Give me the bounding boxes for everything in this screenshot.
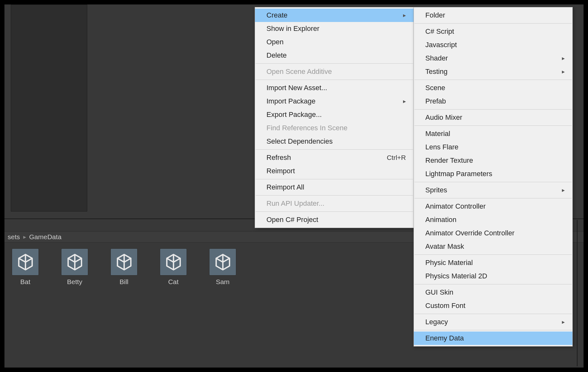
menu-item-refresh[interactable]: Refresh Ctrl+R <box>255 151 414 164</box>
menu-separator <box>414 330 572 330</box>
menu-item-delete[interactable]: Delete <box>255 49 414 62</box>
context-menu-main: Create ▸ Show in Explorer Open Delete Op… <box>255 7 414 228</box>
menu-label: Open <box>266 38 284 46</box>
menu-label: Physic Material <box>425 259 473 267</box>
submenu-arrow-icon: ▸ <box>562 318 565 326</box>
asset-item-cat[interactable]: Cat <box>158 248 188 286</box>
menu-label: Legacy <box>425 318 448 326</box>
menu-item-import-package[interactable]: Import Package ▸ <box>255 95 414 108</box>
menu-label: Select Dependencies <box>266 137 333 146</box>
menu-label: Animation <box>425 216 457 224</box>
menu-item-open-cs-project[interactable]: Open C# Project <box>255 213 414 226</box>
menu-item-physics-material-2d[interactable]: Physics Material 2D <box>414 269 572 283</box>
menu-label: Open Scene Additive <box>266 68 332 76</box>
menu-label: Custom Font <box>425 302 465 310</box>
menu-label: Animator Override Controller <box>425 229 514 237</box>
menu-item-physic-material[interactable]: Physic Material <box>414 256 572 269</box>
menu-label: Lightmap Parameters <box>425 170 492 178</box>
menu-label: Material <box>425 130 450 138</box>
right-divider <box>577 220 577 366</box>
menu-item-gui-skin[interactable]: GUI Skin <box>414 286 572 299</box>
menu-item-sprites[interactable]: Sprites ▸ <box>414 183 572 197</box>
submenu-arrow-icon: ▸ <box>562 187 565 194</box>
menu-separator <box>414 109 572 110</box>
unity-asset-icon <box>110 248 138 275</box>
asset-label: Sam <box>216 278 230 286</box>
menu-separator <box>414 314 572 314</box>
menu-item-csharp-script[interactable]: C# Script <box>414 25 572 38</box>
menu-label: Create <box>266 11 287 19</box>
menu-item-render-texture[interactable]: Render Texture <box>414 154 572 167</box>
menu-label: Folder <box>425 11 445 19</box>
menu-label: Physics Material 2D <box>425 272 487 280</box>
menu-label: Sprites <box>425 186 447 194</box>
menu-item-lightmap-parameters[interactable]: Lightmap Parameters <box>414 167 572 181</box>
menu-separator <box>256 149 413 150</box>
menu-item-legacy[interactable]: Legacy ▸ <box>414 315 572 329</box>
menu-label: Render Texture <box>425 156 473 165</box>
menu-item-export-package[interactable]: Export Package... <box>255 108 414 121</box>
menu-separator <box>414 125 572 126</box>
menu-item-run-api-updater: Run API Updater... <box>255 197 414 210</box>
breadcrumb-part-assets[interactable]: sets <box>6 233 21 241</box>
menu-label: Reimport <box>266 167 295 175</box>
menu-item-create[interactable]: Create ▸ <box>255 9 414 22</box>
asset-item-bat[interactable]: Bat <box>10 248 40 286</box>
asset-label: Cat <box>168 278 179 286</box>
menu-item-find-references: Find References In Scene <box>255 121 414 135</box>
menu-item-lens-flare[interactable]: Lens Flare <box>414 140 572 154</box>
menu-separator <box>256 179 413 179</box>
menu-item-import-new-asset[interactable]: Import New Asset... <box>255 81 414 95</box>
menu-label: Refresh <box>266 154 291 162</box>
menu-item-avatar-mask[interactable]: Avatar Mask <box>414 240 572 253</box>
menu-item-testing[interactable]: Testing ▸ <box>414 65 572 78</box>
menu-separator <box>256 80 413 80</box>
menu-item-reimport-all[interactable]: Reimport All <box>255 181 414 194</box>
context-menu-create-submenu: Folder C# Script Javascript Shader ▸ Tes… <box>414 7 573 347</box>
submenu-arrow-icon: ▸ <box>562 55 565 62</box>
asset-item-bill[interactable]: Bill <box>109 248 139 286</box>
menu-separator <box>256 211 413 212</box>
menu-item-animation[interactable]: Animation <box>414 213 572 226</box>
menu-label: Run API Updater... <box>266 199 324 208</box>
menu-item-scene[interactable]: Scene <box>414 81 572 95</box>
menu-label: Find References In Scene <box>266 124 347 132</box>
breadcrumb-part-gamedata[interactable]: GameData <box>28 233 63 241</box>
menu-label: Scene <box>425 84 445 92</box>
menu-item-select-dependencies[interactable]: Select Dependencies <box>255 135 414 148</box>
unity-asset-icon <box>160 248 187 275</box>
menu-label: Import New Asset... <box>266 84 327 92</box>
asset-label: Betty <box>67 278 82 286</box>
menu-item-javascript[interactable]: Javascript <box>414 38 572 52</box>
menu-label: Prefab <box>425 97 446 105</box>
menu-item-custom-font[interactable]: Custom Font <box>414 299 572 312</box>
menu-label: C# Script <box>425 27 454 36</box>
asset-item-betty[interactable]: Betty <box>60 248 90 286</box>
menu-item-animator-override[interactable]: Animator Override Controller <box>414 226 572 240</box>
menu-item-animator-controller[interactable]: Animator Controller <box>414 200 572 213</box>
menu-label: Testing <box>425 68 448 76</box>
menu-item-folder[interactable]: Folder <box>414 9 572 22</box>
menu-item-prefab[interactable]: Prefab <box>414 95 572 108</box>
menu-label: Export Package... <box>266 111 322 119</box>
menu-item-material[interactable]: Material <box>414 127 572 140</box>
menu-label: Shader <box>425 54 448 62</box>
asset-label: Bill <box>119 278 128 286</box>
menu-separator <box>256 195 413 196</box>
menu-label: Show in Explorer <box>266 25 319 33</box>
menu-separator <box>256 63 413 64</box>
menu-item-reimport[interactable]: Reimport <box>255 164 414 178</box>
menu-item-enemy-data[interactable]: Enemy Data <box>414 332 572 345</box>
menu-label: Animator Controller <box>425 202 486 211</box>
menu-separator <box>414 284 572 284</box>
viewport-panel <box>11 4 87 211</box>
unity-asset-icon <box>12 248 39 275</box>
menu-item-audio-mixer[interactable]: Audio Mixer <box>414 111 572 124</box>
menu-item-show-in-explorer[interactable]: Show in Explorer <box>255 22 414 35</box>
menu-label: Audio Mixer <box>425 113 462 122</box>
asset-item-sam[interactable]: Sam <box>208 248 238 286</box>
unity-asset-icon <box>61 248 88 275</box>
menu-item-open[interactable]: Open <box>255 35 414 49</box>
menu-item-shader[interactable]: Shader ▸ <box>414 52 572 65</box>
asset-grid: Bat Betty Bill <box>10 248 238 286</box>
